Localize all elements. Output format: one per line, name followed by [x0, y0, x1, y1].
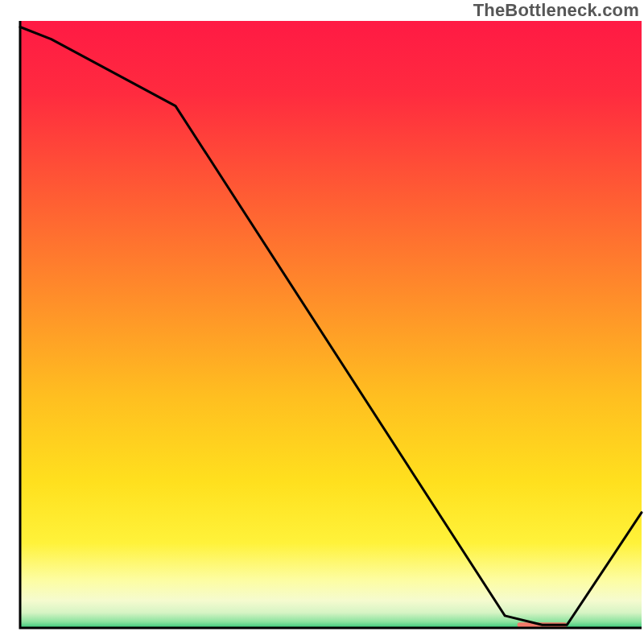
bottleneck-chart	[0, 0, 644, 644]
watermark-text: TheBottleneck.com	[473, 0, 639, 21]
chart-canvas: TheBottleneck.com	[0, 0, 644, 644]
gradient-background	[20, 21, 642, 628]
